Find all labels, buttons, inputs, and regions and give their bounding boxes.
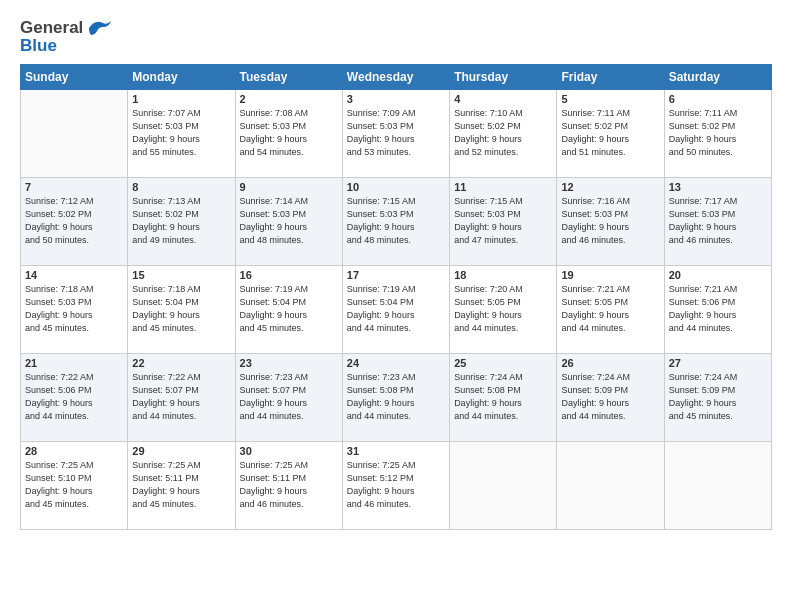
calendar-cell: 18Sunrise: 7:20 AM Sunset: 5:05 PM Dayli… (450, 266, 557, 354)
day-number: 2 (240, 93, 338, 105)
day-info: Sunrise: 7:25 AM Sunset: 5:12 PM Dayligh… (347, 459, 445, 511)
day-number: 11 (454, 181, 552, 193)
calendar-cell: 11Sunrise: 7:15 AM Sunset: 5:03 PM Dayli… (450, 178, 557, 266)
day-number: 23 (240, 357, 338, 369)
calendar-cell: 29Sunrise: 7:25 AM Sunset: 5:11 PM Dayli… (128, 442, 235, 530)
day-info: Sunrise: 7:18 AM Sunset: 5:03 PM Dayligh… (25, 283, 123, 335)
day-number: 28 (25, 445, 123, 457)
logo-blue-text: Blue (20, 36, 57, 56)
day-number: 13 (669, 181, 767, 193)
calendar-cell: 24Sunrise: 7:23 AM Sunset: 5:08 PM Dayli… (342, 354, 449, 442)
calendar-cell: 21Sunrise: 7:22 AM Sunset: 5:06 PM Dayli… (21, 354, 128, 442)
day-number: 7 (25, 181, 123, 193)
calendar-cell (450, 442, 557, 530)
calendar-cell: 26Sunrise: 7:24 AM Sunset: 5:09 PM Dayli… (557, 354, 664, 442)
day-info: Sunrise: 7:25 AM Sunset: 5:11 PM Dayligh… (132, 459, 230, 511)
day-info: Sunrise: 7:25 AM Sunset: 5:11 PM Dayligh… (240, 459, 338, 511)
calendar-week-row: 21Sunrise: 7:22 AM Sunset: 5:06 PM Dayli… (21, 354, 772, 442)
calendar-table: SundayMondayTuesdayWednesdayThursdayFrid… (20, 64, 772, 530)
calendar-week-row: 28Sunrise: 7:25 AM Sunset: 5:10 PM Dayli… (21, 442, 772, 530)
calendar-cell (664, 442, 771, 530)
day-number: 29 (132, 445, 230, 457)
calendar-header-row: SundayMondayTuesdayWednesdayThursdayFrid… (21, 65, 772, 90)
day-number: 5 (561, 93, 659, 105)
calendar-cell: 20Sunrise: 7:21 AM Sunset: 5:06 PM Dayli… (664, 266, 771, 354)
day-number: 3 (347, 93, 445, 105)
calendar-cell: 28Sunrise: 7:25 AM Sunset: 5:10 PM Dayli… (21, 442, 128, 530)
day-info: Sunrise: 7:23 AM Sunset: 5:07 PM Dayligh… (240, 371, 338, 423)
day-info: Sunrise: 7:24 AM Sunset: 5:08 PM Dayligh… (454, 371, 552, 423)
calendar-cell: 12Sunrise: 7:16 AM Sunset: 5:03 PM Dayli… (557, 178, 664, 266)
day-number: 18 (454, 269, 552, 281)
day-number: 22 (132, 357, 230, 369)
weekday-header: Wednesday (342, 65, 449, 90)
calendar-cell: 3Sunrise: 7:09 AM Sunset: 5:03 PM Daylig… (342, 90, 449, 178)
calendar-cell: 8Sunrise: 7:13 AM Sunset: 5:02 PM Daylig… (128, 178, 235, 266)
logo-bird-icon (87, 19, 113, 37)
calendar-cell: 2Sunrise: 7:08 AM Sunset: 5:03 PM Daylig… (235, 90, 342, 178)
weekday-header: Thursday (450, 65, 557, 90)
header: General Blue (20, 18, 772, 56)
calendar-cell: 7Sunrise: 7:12 AM Sunset: 5:02 PM Daylig… (21, 178, 128, 266)
day-info: Sunrise: 7:25 AM Sunset: 5:10 PM Dayligh… (25, 459, 123, 511)
day-info: Sunrise: 7:21 AM Sunset: 5:05 PM Dayligh… (561, 283, 659, 335)
calendar-cell: 4Sunrise: 7:10 AM Sunset: 5:02 PM Daylig… (450, 90, 557, 178)
calendar-cell: 14Sunrise: 7:18 AM Sunset: 5:03 PM Dayli… (21, 266, 128, 354)
calendar-cell: 5Sunrise: 7:11 AM Sunset: 5:02 PM Daylig… (557, 90, 664, 178)
calendar-cell: 31Sunrise: 7:25 AM Sunset: 5:12 PM Dayli… (342, 442, 449, 530)
logo-general-text: General (20, 18, 83, 38)
day-info: Sunrise: 7:19 AM Sunset: 5:04 PM Dayligh… (347, 283, 445, 335)
logo: General Blue (20, 18, 113, 56)
day-info: Sunrise: 7:19 AM Sunset: 5:04 PM Dayligh… (240, 283, 338, 335)
day-info: Sunrise: 7:24 AM Sunset: 5:09 PM Dayligh… (669, 371, 767, 423)
day-number: 1 (132, 93, 230, 105)
day-number: 6 (669, 93, 767, 105)
day-info: Sunrise: 7:18 AM Sunset: 5:04 PM Dayligh… (132, 283, 230, 335)
day-number: 12 (561, 181, 659, 193)
day-number: 14 (25, 269, 123, 281)
day-number: 27 (669, 357, 767, 369)
day-number: 9 (240, 181, 338, 193)
day-info: Sunrise: 7:11 AM Sunset: 5:02 PM Dayligh… (561, 107, 659, 159)
day-number: 16 (240, 269, 338, 281)
calendar-cell: 15Sunrise: 7:18 AM Sunset: 5:04 PM Dayli… (128, 266, 235, 354)
page: General Blue SundayMondayTuesdayWednesda… (0, 0, 792, 612)
day-info: Sunrise: 7:16 AM Sunset: 5:03 PM Dayligh… (561, 195, 659, 247)
day-info: Sunrise: 7:17 AM Sunset: 5:03 PM Dayligh… (669, 195, 767, 247)
weekday-header: Friday (557, 65, 664, 90)
day-info: Sunrise: 7:15 AM Sunset: 5:03 PM Dayligh… (347, 195, 445, 247)
weekday-header: Monday (128, 65, 235, 90)
day-info: Sunrise: 7:08 AM Sunset: 5:03 PM Dayligh… (240, 107, 338, 159)
day-info: Sunrise: 7:20 AM Sunset: 5:05 PM Dayligh… (454, 283, 552, 335)
day-number: 26 (561, 357, 659, 369)
day-info: Sunrise: 7:09 AM Sunset: 5:03 PM Dayligh… (347, 107, 445, 159)
weekday-header: Saturday (664, 65, 771, 90)
day-number: 21 (25, 357, 123, 369)
calendar-cell (21, 90, 128, 178)
calendar-cell (557, 442, 664, 530)
day-info: Sunrise: 7:14 AM Sunset: 5:03 PM Dayligh… (240, 195, 338, 247)
calendar-cell: 16Sunrise: 7:19 AM Sunset: 5:04 PM Dayli… (235, 266, 342, 354)
day-info: Sunrise: 7:10 AM Sunset: 5:02 PM Dayligh… (454, 107, 552, 159)
calendar-cell: 9Sunrise: 7:14 AM Sunset: 5:03 PM Daylig… (235, 178, 342, 266)
weekday-header: Sunday (21, 65, 128, 90)
day-info: Sunrise: 7:11 AM Sunset: 5:02 PM Dayligh… (669, 107, 767, 159)
day-info: Sunrise: 7:13 AM Sunset: 5:02 PM Dayligh… (132, 195, 230, 247)
day-number: 10 (347, 181, 445, 193)
calendar-cell: 23Sunrise: 7:23 AM Sunset: 5:07 PM Dayli… (235, 354, 342, 442)
day-info: Sunrise: 7:22 AM Sunset: 5:07 PM Dayligh… (132, 371, 230, 423)
calendar-cell: 30Sunrise: 7:25 AM Sunset: 5:11 PM Dayli… (235, 442, 342, 530)
day-info: Sunrise: 7:07 AM Sunset: 5:03 PM Dayligh… (132, 107, 230, 159)
day-number: 19 (561, 269, 659, 281)
calendar-week-row: 1Sunrise: 7:07 AM Sunset: 5:03 PM Daylig… (21, 90, 772, 178)
day-number: 15 (132, 269, 230, 281)
day-number: 8 (132, 181, 230, 193)
calendar-cell: 17Sunrise: 7:19 AM Sunset: 5:04 PM Dayli… (342, 266, 449, 354)
calendar-cell: 13Sunrise: 7:17 AM Sunset: 5:03 PM Dayli… (664, 178, 771, 266)
calendar-week-row: 14Sunrise: 7:18 AM Sunset: 5:03 PM Dayli… (21, 266, 772, 354)
day-number: 4 (454, 93, 552, 105)
day-number: 20 (669, 269, 767, 281)
day-number: 17 (347, 269, 445, 281)
day-info: Sunrise: 7:15 AM Sunset: 5:03 PM Dayligh… (454, 195, 552, 247)
day-info: Sunrise: 7:21 AM Sunset: 5:06 PM Dayligh… (669, 283, 767, 335)
